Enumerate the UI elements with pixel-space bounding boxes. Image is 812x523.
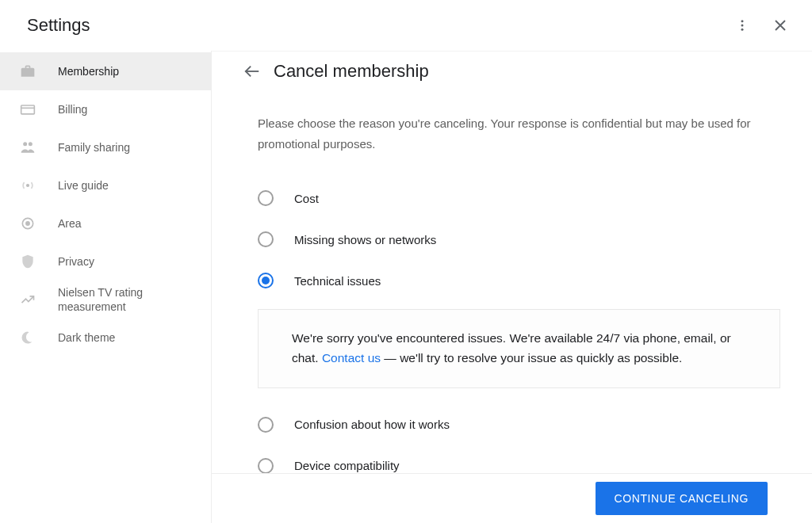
close-icon[interactable] xyxy=(771,16,790,35)
sidebar-item-label: Membership xyxy=(58,64,119,78)
broadcast-icon xyxy=(20,178,36,193)
header: Settings xyxy=(0,0,812,51)
sidebar-item-membership[interactable]: Membership xyxy=(0,52,211,90)
svg-point-7 xyxy=(26,184,29,187)
svg-rect-3 xyxy=(21,105,35,114)
svg-point-5 xyxy=(23,142,27,146)
radio-label: Technical issues xyxy=(294,274,381,288)
sidebar-item-live-guide[interactable]: Live guide xyxy=(0,166,211,204)
svg-point-1 xyxy=(741,25,744,27)
sidebar-item-label: Family sharing xyxy=(58,140,130,155)
shield-icon xyxy=(20,254,36,269)
sidebar-item-label: Area xyxy=(58,216,82,231)
sidebar: Membership Billing Family sharing Live g… xyxy=(0,51,212,523)
radio-label: Cost xyxy=(294,192,319,205)
svg-point-9 xyxy=(26,222,29,225)
back-button[interactable] xyxy=(243,62,262,81)
more-icon[interactable] xyxy=(733,16,752,35)
header-actions xyxy=(733,16,790,35)
moon-icon xyxy=(20,330,36,345)
location-icon xyxy=(20,216,36,231)
sidebar-item-label: Dark theme xyxy=(58,330,115,345)
sidebar-item-dark-theme[interactable]: Dark theme xyxy=(0,319,211,357)
instruction-text: Please choose the reason you're cancelin… xyxy=(258,113,765,154)
sidebar-item-billing[interactable]: Billing xyxy=(0,90,211,128)
main-panel: Cancel membership Please choose the reas… xyxy=(212,51,812,523)
radio-icon xyxy=(258,417,274,433)
radio-label: Missing shows or networks xyxy=(294,233,436,246)
membership-icon xyxy=(20,63,36,79)
footer: CONTINUE CANCELING xyxy=(212,473,812,523)
reason-option-missing-shows[interactable]: Missing shows or networks xyxy=(258,223,780,255)
contact-us-link[interactable]: Contact us xyxy=(322,351,381,365)
reason-option-confusion[interactable]: Confusion about how it works xyxy=(258,409,780,441)
radio-label: Confusion about how it works xyxy=(294,418,450,431)
cancel-title: Cancel membership xyxy=(274,61,429,82)
radio-icon xyxy=(258,231,274,247)
family-icon xyxy=(20,139,36,155)
sidebar-item-family[interactable]: Family sharing xyxy=(0,128,211,166)
svg-point-6 xyxy=(29,142,33,146)
page-title: Settings xyxy=(27,15,90,36)
svg-point-2 xyxy=(741,29,744,31)
sidebar-item-label: Privacy xyxy=(58,254,94,269)
radio-icon xyxy=(258,458,274,474)
sidebar-item-label: Live guide xyxy=(58,178,109,193)
technical-info-panel: We're sorry you've encountered issues. W… xyxy=(258,309,780,388)
reason-option-cost[interactable]: Cost xyxy=(258,182,780,214)
trending-icon xyxy=(20,292,36,307)
billing-icon xyxy=(20,101,36,117)
sidebar-item-area[interactable]: Area xyxy=(0,204,211,242)
sidebar-item-privacy[interactable]: Privacy xyxy=(0,242,211,281)
svg-point-0 xyxy=(741,20,744,22)
continue-canceling-button[interactable]: CONTINUE CANCELING xyxy=(596,482,768,515)
radio-label: Device compatibility xyxy=(294,459,400,472)
reason-option-technical[interactable]: Technical issues xyxy=(258,265,780,296)
radio-icon xyxy=(258,190,274,206)
sidebar-item-label: Billing xyxy=(58,102,87,116)
info-text-after: — we'll try to resolve your issue as qui… xyxy=(381,351,682,365)
radio-icon xyxy=(258,273,274,288)
sidebar-item-nielsen[interactable]: Nielsen TV rating measurement xyxy=(0,281,211,319)
sidebar-item-label: Nielsen TV rating measurement xyxy=(58,285,198,314)
